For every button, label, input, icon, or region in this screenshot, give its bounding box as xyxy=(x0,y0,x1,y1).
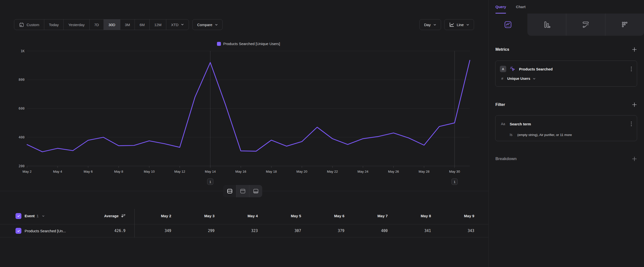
range-label: Yesterday xyxy=(68,23,84,27)
svg-text:May 12: May 12 xyxy=(174,170,185,173)
column-header-may-8: May 8 xyxy=(394,214,437,218)
compare-button[interactable]: Compare xyxy=(192,19,222,30)
row-checkbox[interactable] xyxy=(16,228,22,234)
metric-series-badge: A xyxy=(500,66,506,72)
column-header-may-5: May 5 xyxy=(264,214,308,218)
event-header-cell: Event 1 xyxy=(0,213,81,219)
line-chart[interactable]: 2004006008001KMay 2May 4May 6May 8May 10… xyxy=(0,48,482,186)
tab-chart-label: Chart xyxy=(516,5,526,9)
app-root: CustomTodayYesterday7D30D3M6M12MXTD Comp… xyxy=(0,0,644,267)
click-event-icon xyxy=(510,66,516,72)
chart-legend[interactable]: Products Searched [Unique Users] xyxy=(27,42,470,46)
filter-card-main-row: Aa Search term xyxy=(500,120,633,128)
average-header-label: Average xyxy=(104,214,118,218)
table-row: Products Searched [Un... 426.9 349299323… xyxy=(0,224,488,237)
main-panel: CustomTodayYesterday7D30D3M6M12MXTD Comp… xyxy=(0,0,488,267)
chart-type-tab-strip xyxy=(488,14,644,36)
split-view-icon xyxy=(226,188,233,194)
chevron-down-icon xyxy=(215,23,218,26)
svg-text:May 4: May 4 xyxy=(53,170,62,173)
svg-text:May 24: May 24 xyxy=(358,170,368,173)
chart-only-view-icon xyxy=(240,188,246,194)
select-all-checkbox[interactable] xyxy=(16,213,22,219)
metrics-add-button[interactable] xyxy=(632,47,637,52)
cell-value-may-6: 379 xyxy=(308,228,351,233)
chart-type-label: Line xyxy=(457,23,464,27)
filter-add-button[interactable] xyxy=(632,102,637,107)
cell-value-may-3: 299 xyxy=(178,228,221,233)
svg-text:1K: 1K xyxy=(21,49,25,53)
tab-query[interactable]: Query xyxy=(496,0,506,14)
date-range-control: CustomTodayYesterday7D30D3M6M12MXTD xyxy=(14,19,189,30)
range-today-button[interactable]: Today xyxy=(44,20,64,30)
svg-text:May 14: May 14 xyxy=(205,170,216,173)
svg-text:May 26: May 26 xyxy=(388,170,399,173)
range-custom-button[interactable]: Custom xyxy=(14,20,44,30)
filter-card[interactable]: Aa Search term Is (empty string), Air pu… xyxy=(495,115,637,141)
range-3m-button[interactable]: 3M xyxy=(120,20,135,30)
range-label: 3M xyxy=(125,23,130,27)
range-6m-button[interactable]: 6M xyxy=(134,20,149,30)
chevron-down-icon xyxy=(532,77,536,80)
filter-operator: Is xyxy=(510,133,512,137)
funnels-icon xyxy=(542,21,551,29)
svg-text:1: 1 xyxy=(209,180,211,184)
event-count: 1 xyxy=(37,214,38,218)
breakdown-add-button[interactable] xyxy=(632,156,637,162)
column-header-may-4: May 4 xyxy=(221,214,264,218)
svg-text:May 28: May 28 xyxy=(419,170,430,173)
table-only-view-icon xyxy=(253,188,259,194)
results-table: Event 1 Average May 2May 3May 4May 5May … xyxy=(0,208,488,237)
range-12m-button[interactable]: 12M xyxy=(149,20,166,30)
metrics-title: Metrics xyxy=(496,47,509,52)
svg-text:May 22: May 22 xyxy=(327,170,338,173)
range-label: XTD xyxy=(171,23,178,27)
insights-tab[interactable] xyxy=(488,14,528,36)
average-header-cell[interactable]: Average xyxy=(81,213,126,218)
tab-query-label: Query xyxy=(496,5,506,9)
cell-value-may-4: 323 xyxy=(221,228,264,233)
granularity-label: Day xyxy=(424,23,431,27)
tab-chart[interactable]: Chart xyxy=(516,0,526,14)
aggregation-label: Unique Users xyxy=(507,77,530,81)
toolbar-right-group: Day Line xyxy=(420,19,474,30)
flows-tab[interactable] xyxy=(566,14,605,36)
range-7d-button[interactable]: 7D xyxy=(89,20,104,30)
row-average-value: 426.9 xyxy=(114,228,126,233)
retention-tab[interactable] xyxy=(605,14,644,36)
cell-value-may-8: 341 xyxy=(394,228,437,233)
cell-value-may-2: 349 xyxy=(134,228,178,233)
chart-only-view-button[interactable] xyxy=(236,185,249,197)
range-yesterday-button[interactable]: Yesterday xyxy=(64,20,89,30)
funnels-tab[interactable] xyxy=(528,14,566,36)
chevron-down-icon[interactable] xyxy=(42,214,45,217)
range-30d-button[interactable]: 30D xyxy=(104,20,120,30)
split-view-button[interactable] xyxy=(223,185,236,197)
range-label: Today xyxy=(49,23,59,27)
column-header-may-9: May 9 xyxy=(437,214,481,218)
svg-text:1: 1 xyxy=(454,180,456,184)
sort-descending-icon xyxy=(121,213,126,218)
query-sidebar: Query Chart xyxy=(488,0,644,267)
filter-value: (empty string), Air purifier, or 11 more xyxy=(517,133,572,137)
kebab-menu-icon[interactable] xyxy=(630,120,633,128)
filter-condition-row[interactable]: Is (empty string), Air purifier, or 11 m… xyxy=(510,133,572,137)
metric-card[interactable]: A Products Searched # Unique Users xyxy=(495,61,637,87)
column-header-may-7: May 7 xyxy=(351,214,394,218)
sidebar-tabs: Query Chart xyxy=(488,0,644,14)
column-header-may-2: May 2 xyxy=(134,214,178,218)
metric-aggregation-row[interactable]: # Unique Users xyxy=(500,77,536,81)
string-property-icon: Aa xyxy=(500,122,506,126)
compare-label: Compare xyxy=(197,23,212,27)
svg-text:May 8: May 8 xyxy=(114,170,123,173)
row-event-cell: Products Searched [Un... xyxy=(0,228,81,234)
column-header-may-6: May 6 xyxy=(308,214,351,218)
range-xtd-button[interactable]: XTD xyxy=(166,20,189,30)
kebab-menu-icon[interactable] xyxy=(630,65,633,73)
table-only-view-button[interactable] xyxy=(249,185,262,197)
chart-type-button[interactable]: Line xyxy=(444,19,474,30)
line-chart-svg: 2004006008001KMay 2May 4May 6May 8May 10… xyxy=(0,48,482,186)
granularity-button[interactable]: Day xyxy=(420,19,441,30)
toolbar: CustomTodayYesterday7D30D3M6M12MXTD Comp… xyxy=(14,19,474,30)
insights-icon xyxy=(504,21,512,29)
